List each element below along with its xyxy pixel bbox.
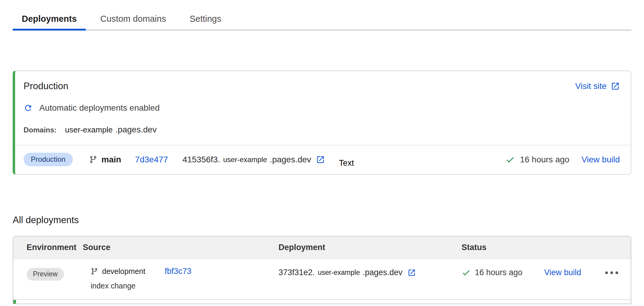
commit-link[interactable]: 7d3e477	[135, 155, 168, 164]
environment-badge: Preview	[27, 268, 64, 281]
column-header-environment: Environment	[27, 243, 83, 252]
domains-row: Domains: user-example .pages.dev	[15, 125, 631, 135]
view-build-link[interactable]: View build	[544, 268, 581, 277]
check-icon	[505, 155, 515, 164]
production-deployment-info: Production main 7d3e477 415356f3. user-e…	[24, 153, 354, 166]
production-card-header: Production Visit site	[15, 71, 631, 92]
environment-badge: Production	[24, 153, 73, 166]
row-deployment-cell: 373f31e2. user-example .pages.dev	[279, 267, 462, 277]
production-card-title: Production	[24, 81, 68, 92]
branch-name: development	[102, 267, 145, 276]
external-link-icon	[611, 82, 620, 91]
branch-name: main	[101, 155, 121, 164]
tab-settings[interactable]: Settings	[181, 8, 230, 31]
deployment-url-name: user-example	[318, 269, 360, 277]
tab-custom-domains[interactable]: Custom domains	[91, 8, 175, 31]
deployment-url-hash: 415356f3.	[182, 155, 220, 164]
refresh-icon	[24, 103, 33, 112]
deployment-url-hash: 373f31e2.	[279, 268, 315, 277]
tab-deployments[interactable]: Deployments	[13, 8, 86, 31]
deployment-status: 16 hours ago	[462, 268, 523, 277]
table-header-row: Environment Source Deployment Status	[13, 236, 631, 259]
table-row: Preview development fbf3c73 index change…	[13, 259, 631, 299]
deployment-url: 373f31e2. user-example .pages.dev	[279, 268, 462, 277]
ellipsis-icon	[605, 271, 619, 275]
deployment-url-suffix: .pages.dev	[270, 155, 311, 164]
row-status-cell: 16 hours ago View build	[462, 268, 631, 277]
deployment-url: 415356f3. user-example .pages.dev	[182, 155, 325, 164]
production-deployment-status: 16 hours ago View build	[505, 155, 620, 164]
column-header-deployment: Deployment	[279, 243, 462, 252]
visit-site-label: Visit site	[575, 81, 607, 91]
auto-deployments-status: Automatic deployments enabled	[15, 103, 631, 113]
external-link-icon[interactable]	[316, 155, 325, 164]
text-annotation: Text	[339, 158, 354, 168]
row-source-cell: development fbf3c73 index change	[83, 267, 279, 290]
column-header-status: Status	[462, 243, 631, 252]
more-actions-button[interactable]	[603, 269, 620, 276]
production-card: Production Visit site Automatic deployme…	[13, 70, 631, 175]
git-branch-icon	[91, 268, 98, 275]
visit-site-link[interactable]: Visit site	[575, 81, 620, 91]
deployment-time: 16 hours ago	[475, 268, 523, 277]
deployment-time: 16 hours ago	[520, 155, 569, 164]
auto-deployments-text: Automatic deployments enabled	[39, 103, 159, 113]
commit-message: index change	[83, 282, 279, 290]
column-header-source: Source	[83, 243, 279, 252]
domain-suffix: .pages.dev	[115, 125, 157, 135]
check-icon	[462, 268, 471, 277]
next-row-divider	[13, 299, 631, 304]
domains-label: Domains:	[24, 126, 56, 134]
external-link-icon[interactable]	[407, 269, 416, 277]
git-branch-icon	[89, 155, 97, 164]
pages-project-screen: Deployments Custom domains Settings Prod…	[0, 0, 644, 306]
production-deployment-row: Production main 7d3e477 415356f3. user-e…	[15, 145, 631, 174]
domain-name: user-example	[65, 125, 113, 135]
all-deployments-title: All deployments	[13, 215, 631, 226]
production-row-edge	[13, 300, 16, 304]
deployments-table: Environment Source Deployment Status Pre…	[13, 236, 631, 304]
deployment-url-suffix: .pages.dev	[362, 268, 402, 277]
view-build-link[interactable]: View build	[581, 155, 620, 164]
commit-link[interactable]: fbf3c73	[165, 267, 192, 276]
row-environment-cell: Preview	[27, 267, 83, 281]
tab-bar: Deployments Custom domains Settings	[13, 0, 631, 31]
deployment-url-name: user-example	[223, 155, 267, 164]
